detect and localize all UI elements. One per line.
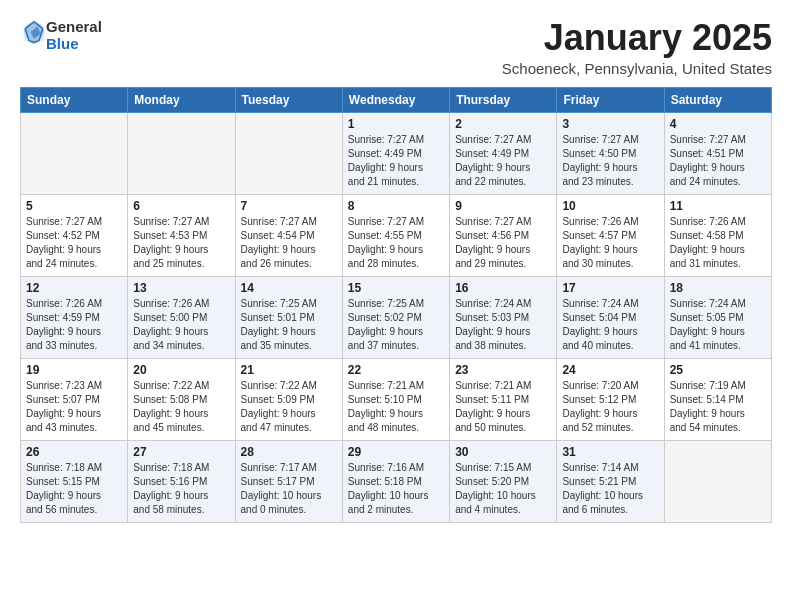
- day-number: 7: [241, 199, 337, 213]
- table-row: 1Sunrise: 7:27 AM Sunset: 4:49 PM Daylig…: [342, 112, 449, 194]
- day-info: Sunrise: 7:16 AM Sunset: 5:18 PM Dayligh…: [348, 461, 444, 517]
- day-number: 27: [133, 445, 229, 459]
- day-info: Sunrise: 7:20 AM Sunset: 5:12 PM Dayligh…: [562, 379, 658, 435]
- day-number: 16: [455, 281, 551, 295]
- day-info: Sunrise: 7:25 AM Sunset: 5:01 PM Dayligh…: [241, 297, 337, 353]
- day-number: 29: [348, 445, 444, 459]
- table-row: 29Sunrise: 7:16 AM Sunset: 5:18 PM Dayli…: [342, 440, 449, 522]
- table-row: 18Sunrise: 7:24 AM Sunset: 5:05 PM Dayli…: [664, 276, 771, 358]
- calendar-week-row: 12Sunrise: 7:26 AM Sunset: 4:59 PM Dayli…: [21, 276, 772, 358]
- day-number: 31: [562, 445, 658, 459]
- day-number: 10: [562, 199, 658, 213]
- title-block: January 2025 Schoeneck, Pennsylvania, Un…: [502, 18, 772, 77]
- day-info: Sunrise: 7:26 AM Sunset: 4:59 PM Dayligh…: [26, 297, 122, 353]
- table-row: 8Sunrise: 7:27 AM Sunset: 4:55 PM Daylig…: [342, 194, 449, 276]
- table-row: 24Sunrise: 7:20 AM Sunset: 5:12 PM Dayli…: [557, 358, 664, 440]
- calendar-week-row: 26Sunrise: 7:18 AM Sunset: 5:15 PM Dayli…: [21, 440, 772, 522]
- table-row: [664, 440, 771, 522]
- col-tuesday: Tuesday: [235, 87, 342, 112]
- table-row: 16Sunrise: 7:24 AM Sunset: 5:03 PM Dayli…: [450, 276, 557, 358]
- day-info: Sunrise: 7:19 AM Sunset: 5:14 PM Dayligh…: [670, 379, 766, 435]
- day-info: Sunrise: 7:24 AM Sunset: 5:03 PM Dayligh…: [455, 297, 551, 353]
- day-number: 28: [241, 445, 337, 459]
- day-info: Sunrise: 7:27 AM Sunset: 4:53 PM Dayligh…: [133, 215, 229, 271]
- day-info: Sunrise: 7:15 AM Sunset: 5:20 PM Dayligh…: [455, 461, 551, 517]
- table-row: 17Sunrise: 7:24 AM Sunset: 5:04 PM Dayli…: [557, 276, 664, 358]
- day-number: 30: [455, 445, 551, 459]
- day-number: 4: [670, 117, 766, 131]
- day-info: Sunrise: 7:21 AM Sunset: 5:10 PM Dayligh…: [348, 379, 444, 435]
- calendar-week-row: 5Sunrise: 7:27 AM Sunset: 4:52 PM Daylig…: [21, 194, 772, 276]
- day-number: 25: [670, 363, 766, 377]
- col-saturday: Saturday: [664, 87, 771, 112]
- table-row: 7Sunrise: 7:27 AM Sunset: 4:54 PM Daylig…: [235, 194, 342, 276]
- day-info: Sunrise: 7:27 AM Sunset: 4:55 PM Dayligh…: [348, 215, 444, 271]
- day-number: 26: [26, 445, 122, 459]
- day-number: 20: [133, 363, 229, 377]
- table-row: 4Sunrise: 7:27 AM Sunset: 4:51 PM Daylig…: [664, 112, 771, 194]
- month-title: January 2025: [502, 18, 772, 58]
- col-sunday: Sunday: [21, 87, 128, 112]
- location: Schoeneck, Pennsylvania, United States: [502, 60, 772, 77]
- day-info: Sunrise: 7:27 AM Sunset: 4:51 PM Dayligh…: [670, 133, 766, 189]
- day-number: 22: [348, 363, 444, 377]
- table-row: 31Sunrise: 7:14 AM Sunset: 5:21 PM Dayli…: [557, 440, 664, 522]
- table-row: 9Sunrise: 7:27 AM Sunset: 4:56 PM Daylig…: [450, 194, 557, 276]
- day-info: Sunrise: 7:21 AM Sunset: 5:11 PM Dayligh…: [455, 379, 551, 435]
- table-row: [128, 112, 235, 194]
- table-row: 26Sunrise: 7:18 AM Sunset: 5:15 PM Dayli…: [21, 440, 128, 522]
- day-number: 24: [562, 363, 658, 377]
- table-row: 27Sunrise: 7:18 AM Sunset: 5:16 PM Dayli…: [128, 440, 235, 522]
- day-number: 9: [455, 199, 551, 213]
- day-number: 12: [26, 281, 122, 295]
- table-row: 28Sunrise: 7:17 AM Sunset: 5:17 PM Dayli…: [235, 440, 342, 522]
- day-number: 14: [241, 281, 337, 295]
- col-friday: Friday: [557, 87, 664, 112]
- day-info: Sunrise: 7:24 AM Sunset: 5:05 PM Dayligh…: [670, 297, 766, 353]
- day-info: Sunrise: 7:26 AM Sunset: 4:57 PM Dayligh…: [562, 215, 658, 271]
- table-row: 30Sunrise: 7:15 AM Sunset: 5:20 PM Dayli…: [450, 440, 557, 522]
- table-row: 2Sunrise: 7:27 AM Sunset: 4:49 PM Daylig…: [450, 112, 557, 194]
- logo: General Blue: [20, 18, 102, 53]
- header: General Blue January 2025 Schoeneck, Pen…: [20, 18, 772, 77]
- day-info: Sunrise: 7:27 AM Sunset: 4:50 PM Dayligh…: [562, 133, 658, 189]
- logo-icon: [22, 18, 46, 46]
- day-info: Sunrise: 7:22 AM Sunset: 5:09 PM Dayligh…: [241, 379, 337, 435]
- calendar-table: Sunday Monday Tuesday Wednesday Thursday…: [20, 87, 772, 523]
- day-number: 2: [455, 117, 551, 131]
- table-row: 20Sunrise: 7:22 AM Sunset: 5:08 PM Dayli…: [128, 358, 235, 440]
- col-thursday: Thursday: [450, 87, 557, 112]
- day-number: 13: [133, 281, 229, 295]
- day-number: 8: [348, 199, 444, 213]
- day-info: Sunrise: 7:17 AM Sunset: 5:17 PM Dayligh…: [241, 461, 337, 517]
- table-row: 11Sunrise: 7:26 AM Sunset: 4:58 PM Dayli…: [664, 194, 771, 276]
- day-info: Sunrise: 7:18 AM Sunset: 5:16 PM Dayligh…: [133, 461, 229, 517]
- col-wednesday: Wednesday: [342, 87, 449, 112]
- day-info: Sunrise: 7:14 AM Sunset: 5:21 PM Dayligh…: [562, 461, 658, 517]
- day-info: Sunrise: 7:27 AM Sunset: 4:49 PM Dayligh…: [455, 133, 551, 189]
- day-number: 11: [670, 199, 766, 213]
- day-info: Sunrise: 7:25 AM Sunset: 5:02 PM Dayligh…: [348, 297, 444, 353]
- table-row: 22Sunrise: 7:21 AM Sunset: 5:10 PM Dayli…: [342, 358, 449, 440]
- day-info: Sunrise: 7:27 AM Sunset: 4:56 PM Dayligh…: [455, 215, 551, 271]
- table-row: 10Sunrise: 7:26 AM Sunset: 4:57 PM Dayli…: [557, 194, 664, 276]
- table-row: [21, 112, 128, 194]
- day-number: 17: [562, 281, 658, 295]
- logo-general-text: General: [46, 18, 102, 35]
- day-number: 3: [562, 117, 658, 131]
- day-info: Sunrise: 7:23 AM Sunset: 5:07 PM Dayligh…: [26, 379, 122, 435]
- day-info: Sunrise: 7:26 AM Sunset: 5:00 PM Dayligh…: [133, 297, 229, 353]
- table-row: 15Sunrise: 7:25 AM Sunset: 5:02 PM Dayli…: [342, 276, 449, 358]
- table-row: 3Sunrise: 7:27 AM Sunset: 4:50 PM Daylig…: [557, 112, 664, 194]
- day-info: Sunrise: 7:27 AM Sunset: 4:52 PM Dayligh…: [26, 215, 122, 271]
- day-number: 15: [348, 281, 444, 295]
- day-info: Sunrise: 7:27 AM Sunset: 4:54 PM Dayligh…: [241, 215, 337, 271]
- day-number: 1: [348, 117, 444, 131]
- table-row: 5Sunrise: 7:27 AM Sunset: 4:52 PM Daylig…: [21, 194, 128, 276]
- logo-blue-text: Blue: [46, 35, 79, 52]
- day-number: 21: [241, 363, 337, 377]
- day-info: Sunrise: 7:24 AM Sunset: 5:04 PM Dayligh…: [562, 297, 658, 353]
- day-number: 6: [133, 199, 229, 213]
- day-info: Sunrise: 7:18 AM Sunset: 5:15 PM Dayligh…: [26, 461, 122, 517]
- table-row: [235, 112, 342, 194]
